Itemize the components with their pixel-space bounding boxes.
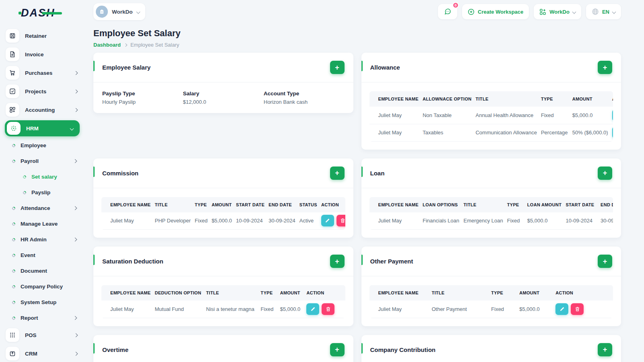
workspace-switcher[interactable]: WorkDo: [534, 4, 581, 19]
table-row: Juliet May Taxables Communication Allowa…: [369, 124, 613, 141]
saturation-deduction-card: Saturation Deduction + EMPLOYEE NAME DED…: [93, 247, 353, 326]
sidebar-item-label: Payroll: [21, 158, 39, 164]
col-type: TYPE: [491, 285, 519, 300]
sidebar-item-system-setup[interactable]: System Setup: [0, 294, 85, 310]
sidebar-item-crm[interactable]: CRM: [0, 344, 85, 362]
chevron-right-icon: [74, 333, 78, 337]
sidebar-item-label: Projects: [25, 88, 46, 95]
add-commission-button[interactable]: +: [330, 167, 345, 180]
card-body: EMPLOYEE NAME DEDUCTION OPTION TITLE TYP…: [93, 276, 353, 326]
field-label: Salary: [183, 90, 264, 97]
add-overtime-button[interactable]: +: [330, 343, 345, 356]
messages-badge: 0: [452, 2, 459, 8]
add-employee-salary-button[interactable]: +: [330, 61, 345, 74]
bullet-icon: [11, 300, 16, 304]
delete-button[interactable]: [322, 303, 334, 315]
sidebar-item-pos[interactable]: POS: [0, 326, 85, 344]
main-content: WorkDo 0 Create Workspace WorkDo EN: [85, 0, 644, 362]
accent-bar: [361, 167, 363, 177]
col-amount: AMOUNT: [572, 91, 612, 107]
col-employee-name: EMPLOYEE NAME: [369, 91, 423, 107]
sidebar-item-document[interactable]: Document: [0, 263, 85, 279]
bullet-icon: [11, 316, 16, 320]
sidebar: DASH Retainer Invoice Purchases: [0, 0, 85, 362]
col-action: ACTION: [306, 285, 345, 300]
sidebar-item-invoice[interactable]: Invoice: [0, 45, 85, 64]
create-workspace-button[interactable]: Create Workspace: [462, 4, 529, 19]
loan-table: EMPLOYEE NAME LOAN OPTIONS TITLE TYPE LO…: [369, 197, 613, 230]
col-type: TYPE: [261, 285, 280, 300]
edit-button[interactable]: [612, 109, 613, 121]
sidebar-item-label: CRM: [25, 351, 37, 357]
check-square-icon: [6, 84, 19, 98]
sidebar-item-purchases[interactable]: Purchases: [0, 64, 85, 82]
edit-button[interactable]: [555, 303, 568, 315]
col-action: ACTION: [612, 91, 613, 107]
messages-button[interactable]: 0: [438, 4, 457, 19]
sidebar-item-employee[interactable]: Employee: [0, 138, 85, 153]
delete-button[interactable]: [336, 215, 345, 226]
chevron-right-icon: [74, 71, 78, 75]
add-allowance-button[interactable]: +: [598, 61, 612, 74]
bullet-icon: [11, 237, 16, 242]
col-amount: AMOUNT: [519, 285, 555, 300]
add-other-payment-button[interactable]: +: [598, 255, 612, 268]
language-label: EN: [602, 9, 609, 15]
col-title: TITLE: [475, 91, 541, 107]
sidebar-item-attendance[interactable]: Attendance: [0, 200, 85, 216]
saturation-deduction-table: EMPLOYEE NAME DEDUCTION OPTION TITLE TYP…: [101, 285, 345, 318]
language-selector[interactable]: EN: [586, 4, 621, 19]
sidebar-item-set-salary[interactable]: Set salary: [0, 169, 85, 185]
workspace-selector[interactable]: WorkDo: [93, 3, 145, 20]
accent-bar: [361, 343, 363, 354]
sidebar-item-manage-leave[interactable]: Manage Leave: [0, 216, 85, 232]
hrm-icon: [7, 122, 21, 135]
edit-button[interactable]: [321, 215, 334, 226]
sidebar-item-payroll[interactable]: Payroll: [0, 153, 85, 169]
sidebar-item-label: Event: [21, 252, 35, 258]
add-saturation-deduction-button[interactable]: +: [330, 255, 345, 268]
bullet-icon: [11, 253, 16, 257]
sidebar-item-report[interactable]: Report: [0, 310, 85, 326]
salary-field: Salary $12,000.0: [183, 90, 264, 105]
table-row: Juliet May Financials Loan Emergency Loa…: [369, 212, 613, 230]
sidebar-item-accounting[interactable]: Accounting: [0, 101, 85, 119]
edit-button[interactable]: [612, 127, 613, 138]
table-header-row: EMPLOYEE NAME LOAN OPTIONS TITLE TYPE LO…: [369, 197, 613, 212]
chevron-right-icon: [73, 238, 77, 242]
app-logo[interactable]: DASH: [0, 0, 85, 26]
page-title: Employee Set Salary: [93, 28, 621, 39]
col-type: TYPE: [507, 197, 527, 212]
chevron-right-icon: [73, 159, 77, 163]
sidebar-item-company-policy[interactable]: Company Policy: [0, 279, 85, 294]
table-header-row: EMPLOYEE NAME ALLOWNACE OPTION TITLE TYP…: [369, 91, 613, 107]
sidebar-item-payslip[interactable]: Payslip: [0, 185, 85, 200]
sidebar-item-projects[interactable]: Projects: [0, 82, 85, 101]
commission-card: Commission + EMPLOYEE NAME TITLE TYPE AM…: [93, 158, 353, 238]
edit-button[interactable]: [306, 303, 319, 315]
card-title: Allowance: [370, 64, 400, 71]
sidebar-item-hrm[interactable]: HRM: [5, 120, 80, 136]
breadcrumb-current: Employee Set Salary: [130, 42, 179, 48]
sidebar-item-label: Company Policy: [21, 284, 63, 290]
add-company-contribution-button[interactable]: +: [598, 343, 612, 356]
col-employee-name: EMPLOYEE NAME: [369, 197, 423, 212]
sidebar-item-retainer[interactable]: Retainer: [0, 27, 85, 45]
col-loan-options: LOAN OPTIONS: [423, 197, 464, 212]
table-row: Juliet May Non Taxable Annual Health All…: [369, 107, 613, 124]
col-title: TITLE: [431, 285, 491, 300]
invoice-icon: [6, 47, 19, 61]
col-loan-amount: LOAN AMOUNT: [527, 197, 566, 212]
table-row: Juliet May Other Payment Fixed $5,000.0: [369, 300, 613, 318]
breadcrumb-dashboard-link[interactable]: Dashboard: [93, 42, 121, 48]
sidebar-item-hr-admin[interactable]: HR Admin: [0, 232, 85, 247]
accent-bar: [361, 61, 363, 71]
logo-accent-dash: [42, 12, 62, 14]
card-header: Loan +: [361, 158, 621, 188]
overtime-card: Overtime +: [93, 335, 353, 362]
add-loan-button[interactable]: +: [598, 167, 612, 180]
delete-button[interactable]: [571, 303, 584, 315]
sidebar-item-event[interactable]: Event: [0, 247, 85, 263]
chevron-right-icon: [74, 108, 78, 112]
col-end-date: END DATE: [268, 197, 299, 212]
